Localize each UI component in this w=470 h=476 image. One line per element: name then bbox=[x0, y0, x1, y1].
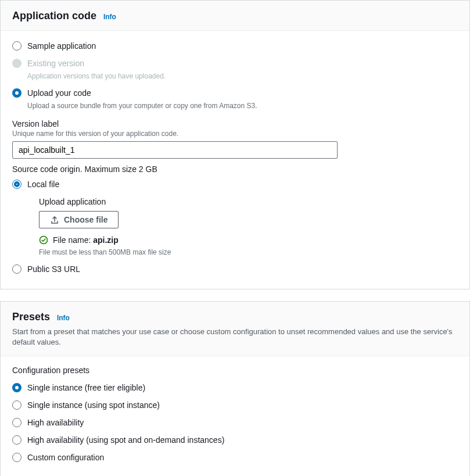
version-label-field: Version label Unique name for this versi… bbox=[12, 119, 458, 159]
radio-icon[interactable] bbox=[12, 41, 21, 51]
radio-icon[interactable] bbox=[12, 418, 21, 427]
version-label-desc: Unique name for this version of your app… bbox=[12, 130, 458, 138]
radio-description: Application versions that you have uploa… bbox=[27, 71, 458, 81]
file-name-text: File name: api.zip bbox=[53, 235, 119, 245]
radio-option-high-availability-spot[interactable]: High availability (using spot and on-dem… bbox=[12, 434, 458, 446]
radio-label: Custom configuration bbox=[27, 452, 104, 463]
radio-description: Upload a source bundle from your compute… bbox=[27, 101, 458, 111]
radio-label: Sample application bbox=[27, 40, 96, 52]
application-code-title: Application code bbox=[12, 10, 96, 22]
radio-option-single-instance-spot[interactable]: Single instance (using spot instance) bbox=[12, 399, 458, 411]
radio-label: Single instance (using spot instance) bbox=[27, 399, 160, 411]
check-circle-icon bbox=[39, 235, 48, 245]
radio-icon[interactable] bbox=[12, 453, 21, 462]
radio-option-high-availability[interactable]: High availability bbox=[12, 417, 458, 428]
application-code-body: Sample application Existing version Appl… bbox=[1, 31, 469, 289]
version-label-input[interactable] bbox=[12, 141, 338, 159]
choose-file-label: Choose file bbox=[64, 215, 107, 224]
uploaded-file-row: File name: api.zip bbox=[39, 235, 458, 245]
radio-icon-selected[interactable] bbox=[12, 180, 21, 189]
choose-file-button[interactable]: Choose file bbox=[39, 211, 119, 228]
configuration-presets-heading: Configuration presets bbox=[12, 366, 458, 375]
upload-icon bbox=[50, 215, 59, 224]
radio-label: Upload your code bbox=[27, 87, 91, 99]
file-size-hint: File must be less than 500MB max file si… bbox=[39, 248, 458, 256]
radio-option-existing-version: Existing version Application versions th… bbox=[12, 58, 458, 81]
presets-panel: Presets Info Start from a preset that ma… bbox=[0, 301, 470, 476]
presets-info-link[interactable]: Info bbox=[57, 314, 70, 322]
presets-title: Presets bbox=[12, 311, 50, 323]
radio-option-upload-your-code[interactable]: Upload your code Upload a source bundle … bbox=[12, 87, 458, 111]
code-source-radio-group: Sample application Existing version Appl… bbox=[12, 40, 458, 111]
radio-option-sample-application[interactable]: Sample application bbox=[12, 40, 458, 52]
radio-label: Local file bbox=[27, 178, 59, 190]
radio-label: Single instance (free tier eligible) bbox=[27, 382, 145, 393]
presets-header: Presets Info Start from a preset that ma… bbox=[1, 302, 469, 356]
radio-label: Public S3 URL bbox=[27, 263, 80, 275]
source-origin-heading: Source code origin. Maximum size 2 GB bbox=[12, 164, 458, 174]
radio-icon[interactable] bbox=[12, 400, 21, 410]
local-file-section: Upload application Choose file bbox=[27, 197, 458, 256]
radio-option-single-instance[interactable]: Single instance (free tier eligible) bbox=[12, 382, 458, 393]
upload-application-label: Upload application bbox=[39, 197, 458, 206]
radio-label: Existing version bbox=[27, 58, 84, 69]
radio-option-local-file[interactable]: Local file bbox=[12, 178, 458, 190]
application-code-panel: Application code Info Sample application… bbox=[0, 0, 470, 289]
radio-label: High availability bbox=[27, 417, 84, 428]
radio-icon-disabled bbox=[12, 59, 21, 68]
radio-icon-selected[interactable] bbox=[12, 383, 21, 392]
radio-option-public-s3-url[interactable]: Public S3 URL bbox=[12, 263, 458, 275]
version-label-label: Version label bbox=[12, 119, 458, 128]
radio-label: High availability (using spot and on-dem… bbox=[27, 434, 224, 446]
radio-icon[interactable] bbox=[12, 264, 21, 274]
presets-radio-group: Single instance (free tier eligible) Sin… bbox=[12, 382, 458, 463]
radio-icon-selected[interactable] bbox=[12, 88, 21, 98]
application-code-info-link[interactable]: Info bbox=[103, 13, 116, 21]
radio-option-custom-configuration[interactable]: Custom configuration bbox=[12, 452, 458, 463]
radio-icon[interactable] bbox=[12, 435, 21, 445]
application-code-header: Application code Info bbox=[1, 1, 469, 31]
presets-description: Start from a preset that matches your us… bbox=[12, 327, 458, 348]
presets-body: Configuration presets Single instance (f… bbox=[1, 356, 469, 476]
